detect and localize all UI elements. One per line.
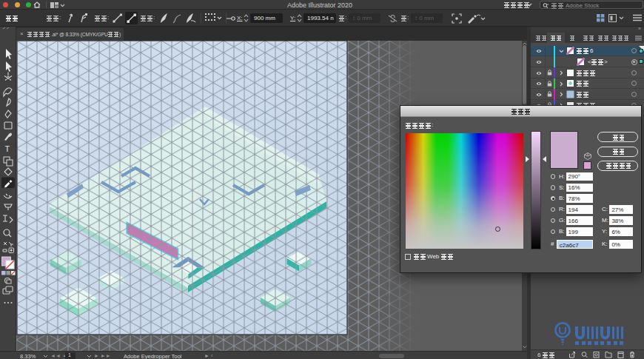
svg-text:T: T: [5, 144, 10, 153]
